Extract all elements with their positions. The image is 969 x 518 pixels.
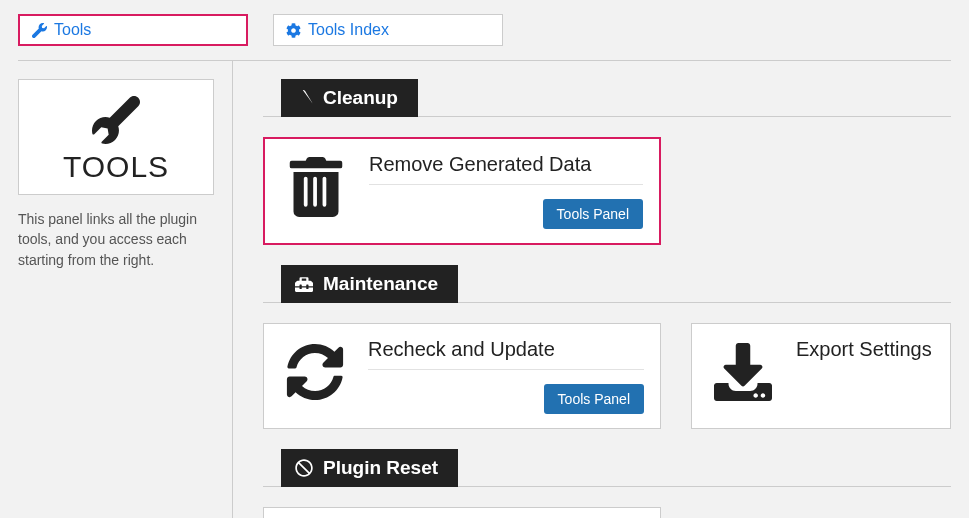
tools-index-tab-label: Tools Index — [308, 21, 389, 39]
section-header-label: Cleanup — [323, 87, 398, 109]
content: Cleanup Remove Generated Data Tools Pane… — [233, 61, 951, 518]
section-header-plugin-reset: Plugin Reset — [281, 449, 458, 487]
tools-index-tab[interactable]: Tools Index — [273, 14, 503, 46]
trash-icon — [287, 157, 345, 217]
tools-panel-button[interactable]: Tools Panel — [543, 199, 643, 229]
sidebar-desc: This panel links all the plugin tools, a… — [18, 209, 214, 270]
sync-icon — [286, 342, 344, 402]
wrench-large-icon — [92, 96, 140, 144]
ban-icon — [295, 459, 313, 477]
section-header-label: Maintenance — [323, 273, 438, 295]
warning-icon — [295, 89, 313, 107]
section-header-label: Plugin Reset — [323, 457, 438, 479]
toolbox-icon — [295, 275, 313, 293]
card-title: Remove Generated Data — [369, 153, 643, 185]
wrench-icon — [32, 23, 47, 38]
card-recheck-update: Recheck and Update Tools Panel — [263, 323, 661, 429]
sidebar: TOOLS This panel links all the plugin to… — [18, 61, 233, 518]
tools-panel-button[interactable]: Tools Panel — [544, 384, 644, 414]
card-title: Export Settings — [796, 338, 934, 369]
card-reset-remove: Reset / Remove — [263, 507, 661, 518]
section-header-cleanup: Cleanup — [281, 79, 418, 117]
sidebar-title: TOOLS — [29, 150, 203, 184]
tools-tab-label: Tools — [54, 21, 91, 39]
tools-tab[interactable]: Tools — [18, 14, 248, 46]
sidebar-card: TOOLS — [18, 79, 214, 195]
card-export-settings: Export Settings — [691, 323, 951, 429]
gear-icon — [286, 23, 301, 38]
top-nav: Tools Tools Index — [0, 0, 969, 60]
card-remove-generated-data: Remove Generated Data Tools Panel — [263, 137, 661, 245]
section-header-maintenance: Maintenance — [281, 265, 458, 303]
card-title: Recheck and Update — [368, 338, 644, 370]
download-icon — [714, 342, 772, 402]
